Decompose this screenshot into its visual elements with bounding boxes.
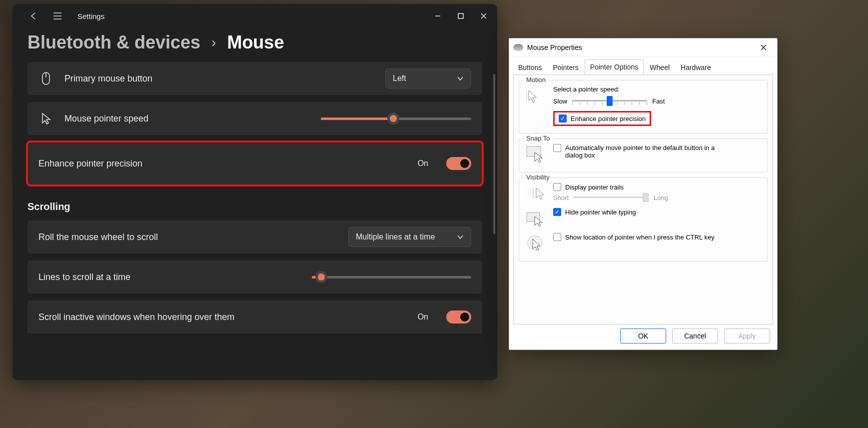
motion-label: Select a pointer speed:	[553, 86, 761, 93]
close-button[interactable]	[472, 7, 495, 25]
primary-button-dropdown[interactable]: Left	[385, 68, 471, 88]
minimize-button[interactable]	[426, 7, 449, 25]
tab-hardware[interactable]: Hardware	[676, 60, 716, 74]
back-button[interactable]	[23, 6, 43, 26]
short-label: Short	[553, 194, 569, 202]
trails-label: Display pointer trails	[565, 184, 624, 191]
mouse-properties-dialog: Mouse Properties Buttons Pointers Pointe…	[509, 38, 778, 350]
snapto-group-title: Snap To	[524, 134, 552, 142]
tab-wheel[interactable]: Wheel	[645, 60, 675, 74]
scrollbar[interactable]	[493, 74, 495, 234]
show-ctrl-label: Show location of pointer when I press th…	[565, 234, 715, 241]
motion-cursor-icon	[525, 86, 546, 106]
checkbox-checked-icon: ✓	[553, 208, 561, 216]
mp-tabs: Buttons Pointers Pointer Options Wheel H…	[509, 56, 777, 74]
checkbox-checked-icon: ✓	[559, 114, 567, 122]
lines-scroll-row: Lines to scroll at a time	[27, 260, 482, 294]
roll-wheel-value: Multiple lines at a time	[356, 232, 435, 242]
lines-scroll-slider[interactable]	[312, 272, 471, 282]
chevron-down-icon	[457, 76, 464, 81]
mp-footer: OK Cancel Apply	[620, 328, 770, 344]
primary-button-value: Left	[393, 74, 406, 83]
checkbox-unchecked-icon	[553, 183, 561, 191]
show-ctrl-icon	[525, 233, 546, 254]
svg-rect-3	[527, 146, 541, 156]
settings-titlebar: Settings	[12, 4, 497, 28]
motion-group: Motion Select a pointer speed: Slow Fas	[519, 80, 768, 134]
scroll-inactive-row: Scroll inactive windows when hovering ov…	[27, 300, 482, 334]
apply-button: Apply	[724, 328, 770, 344]
scrolling-heading: Scrolling	[27, 192, 482, 214]
mp-title: Mouse Properties	[527, 44, 582, 52]
visibility-group-title: Visibility	[524, 174, 552, 181]
roll-wheel-dropdown[interactable]: Multiple lines at a time	[348, 227, 471, 247]
slow-label: Slow	[553, 98, 567, 105]
breadcrumb-separator-icon: ›	[211, 34, 216, 50]
checkbox-unchecked-icon	[553, 144, 561, 152]
mouse-icon	[38, 72, 53, 86]
svg-rect-0	[458, 14, 463, 18]
app-title: Settings	[77, 12, 104, 20]
breadcrumb-parent[interactable]: Bluetooth & devices	[27, 32, 200, 53]
snapto-checkbox[interactable]: Automatically move pointer to the defaul…	[553, 144, 730, 159]
ok-button[interactable]: OK	[620, 328, 666, 344]
cursor-icon	[38, 112, 53, 125]
enhance-precision-row: Enhance pointer precision On	[27, 142, 482, 185]
mp-close-button[interactable]	[754, 40, 773, 54]
roll-wheel-row: Roll the mouse wheel to scroll Multiple …	[27, 220, 482, 254]
snapto-icon	[525, 144, 546, 165]
scroll-inactive-label: Scroll inactive windows when hovering ov…	[38, 312, 234, 322]
enhance-precision-label: Enhance pointer precision	[38, 158, 142, 169]
hide-typing-label: Hide pointer while typing	[565, 208, 636, 216]
pointer-speed-slider[interactable]	[321, 114, 471, 124]
primary-button-label: Primary mouse button	[64, 74, 152, 84]
enhance-precision-checkbox[interactable]: ✓ Enhance pointer precision	[559, 114, 646, 122]
hamburger-menu-icon[interactable]	[47, 6, 67, 26]
primary-button-row: Primary mouse button Left	[27, 62, 482, 95]
tab-buttons[interactable]: Buttons	[513, 60, 547, 74]
long-label: Long	[654, 194, 668, 202]
trails-slider: Short Long	[553, 193, 761, 202]
trails-icon	[525, 183, 546, 204]
enhance-precision-state: On	[418, 159, 428, 168]
pointer-speed-row: Mouse pointer speed	[27, 102, 482, 135]
roll-wheel-label: Roll the mouse wheel to scroll	[38, 232, 158, 242]
scroll-inactive-state: On	[418, 312, 428, 322]
enhance-precision-toggle[interactable]	[446, 157, 471, 170]
snapto-group: Snap To Automatically move pointer to th…	[519, 138, 768, 172]
breadcrumb: Bluetooth & devices › Mouse	[12, 28, 497, 62]
visibility-group: Visibility Display pointer trails Short …	[519, 178, 768, 262]
mouse-dialog-icon	[513, 44, 523, 51]
maximize-button[interactable]	[449, 7, 472, 25]
trails-checkbox[interactable]: Display pointer trails	[553, 183, 761, 191]
enhance-precision-mp-label: Enhance pointer precision	[571, 115, 646, 122]
motion-group-title: Motion	[524, 76, 548, 84]
hide-typing-checkbox[interactable]: ✓ Hide pointer while typing	[553, 208, 636, 216]
pointer-speed-label: Mouse pointer speed	[64, 114, 148, 124]
mp-titlebar: Mouse Properties	[509, 38, 777, 56]
tab-pointers[interactable]: Pointers	[548, 60, 583, 74]
enhance-precision-highlight: ✓ Enhance pointer precision	[553, 111, 651, 126]
cancel-button[interactable]: Cancel	[672, 328, 718, 344]
breadcrumb-leaf: Mouse	[227, 32, 284, 53]
snapto-label: Automatically move pointer to the defaul…	[565, 144, 730, 159]
tab-pointer-options[interactable]: Pointer Options	[585, 60, 644, 74]
scroll-inactive-toggle[interactable]	[446, 310, 471, 324]
checkbox-unchecked-icon	[553, 233, 561, 241]
lines-scroll-label: Lines to scroll at a time	[38, 272, 130, 282]
pointer-speed-mp-slider[interactable]: Slow Fast	[553, 96, 761, 106]
hide-typing-icon	[525, 208, 546, 229]
fast-label: Fast	[652, 98, 665, 105]
settings-window: Settings Bluetooth & devices › Mouse Pri…	[12, 4, 497, 380]
show-ctrl-checkbox[interactable]: Show location of pointer when I press th…	[553, 233, 715, 241]
chevron-down-icon	[457, 234, 464, 240]
